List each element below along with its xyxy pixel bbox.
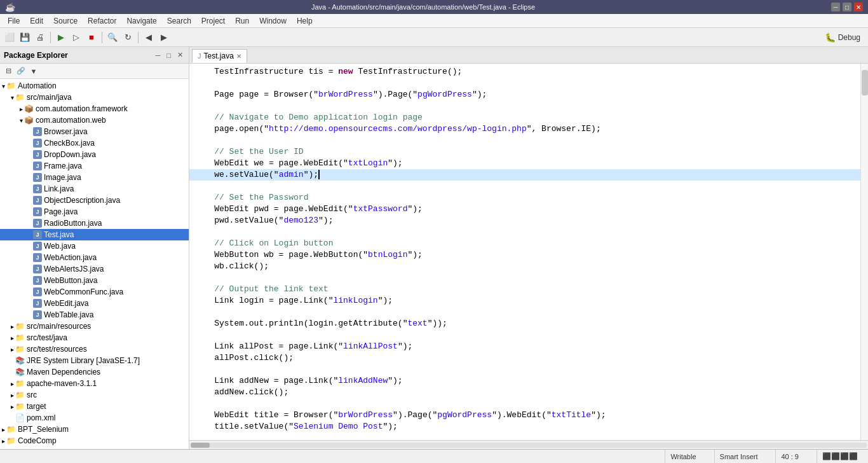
line-content: Link login = page.Link("linkLogin"); xyxy=(189,295,868,307)
tree-item-RadioButton.java[interactable]: JRadioButton.java xyxy=(0,218,189,229)
tree-toggle-src-main-resources[interactable]: ▸ xyxy=(9,323,15,330)
tree-item-src-main-resources[interactable]: ▸📁src/main/resources xyxy=(0,321,189,332)
line-content: wb.click(); xyxy=(189,261,868,272)
tree-item-jre[interactable]: 📚JRE System Library [JavaSE-1.7] xyxy=(0,355,189,366)
line-content: WebButton wb = page.WebButton("btnLogin"… xyxy=(189,249,868,261)
pe-close-btn[interactable]: ✕ xyxy=(175,50,185,60)
tree-item-com-automation-framework[interactable]: ▸📦com.automation.framework xyxy=(0,103,189,114)
tree-toggle-src-test-resources[interactable]: ▸ xyxy=(9,346,15,353)
tree-item-WebAlertsJS.java[interactable]: JWebAlertsJS.java xyxy=(0,263,189,275)
tree-item-Browser.java[interactable]: JBrowser.java xyxy=(0,126,189,137)
tree-item-Image.java[interactable]: JImage.java xyxy=(0,172,189,183)
tree-toggle-BPT_Selenium[interactable]: ▸ xyxy=(0,426,6,433)
menu-item-refactor[interactable]: Refactor xyxy=(83,15,121,27)
tree-label-automation: Automation xyxy=(18,81,57,90)
tree-label-target: target xyxy=(27,402,46,411)
tab-close-btn[interactable]: ✕ xyxy=(236,53,241,60)
tree-item-src-test-java[interactable]: ▸📁src/test/java xyxy=(0,332,189,343)
tree-item-target[interactable]: ▸📁target xyxy=(0,401,189,412)
toolbar-save-btn[interactable]: 💾 xyxy=(18,31,32,45)
toolbar-next-btn[interactable]: ▶ xyxy=(157,31,171,45)
tree-toggle-src[interactable]: ▸ xyxy=(9,392,15,399)
code-line: WebEdit pwd = page.WebEdit("txtPassword"… xyxy=(189,204,868,215)
menu-item-project[interactable]: Project xyxy=(196,15,230,27)
horizontal-scrollbar[interactable] xyxy=(189,440,868,449)
tree-item-com-automation-web[interactable]: ▾📦com.automation.web xyxy=(0,114,189,126)
code-line: title.setValue("Selenium Demo Post"); xyxy=(189,421,868,432)
line-content: WebEdit we = page.WebEdit("txtLogin"); xyxy=(189,158,868,169)
tree-toggle-automation[interactable]: ▾ xyxy=(0,83,6,90)
line-content: // Click on Login button xyxy=(189,238,868,249)
menu-item-help[interactable]: Help xyxy=(292,15,318,27)
menu-item-run[interactable]: Run xyxy=(230,15,254,27)
scroll-thumb-h[interactable] xyxy=(191,443,210,448)
tree-item-Page.java[interactable]: JPage.java xyxy=(0,206,189,218)
tree-item-WebButton.java[interactable]: JWebButton.java xyxy=(0,275,189,286)
code-editor[interactable]: TestInfrastructure tis = new TestInfrast… xyxy=(189,64,868,440)
tree-item-Frame.java[interactable]: JFrame.java xyxy=(0,160,189,172)
maximize-button[interactable]: □ xyxy=(843,3,851,11)
tree-label-src-main-resources: src/main/resources xyxy=(27,322,91,331)
tree-item-automation[interactable]: ▾📁Automation xyxy=(0,80,189,92)
pe-link-btn[interactable]: 🔗 xyxy=(15,66,27,77)
tree-item-maven-deps[interactable]: 📚Maven Dependencies xyxy=(0,366,189,378)
menu-item-file[interactable]: File xyxy=(3,15,25,27)
pe-maximize-btn[interactable]: □ xyxy=(165,51,173,60)
tree-toggle-com-automation-framework[interactable]: ▸ xyxy=(18,106,24,113)
tree-toggle-com-automation-web[interactable]: ▾ xyxy=(18,117,24,124)
toolbar-search-btn[interactable]: 🔍 xyxy=(105,31,119,45)
tree-item-CheckBox.java[interactable]: JCheckBox.java xyxy=(0,137,189,149)
tree-item-BPT_Selenium[interactable]: ▸📁BPT_Selenium xyxy=(0,424,189,435)
tree-toggle-apache-maven[interactable]: ▸ xyxy=(9,380,15,387)
line-content: Link allPost = page.Link("linkAllPost"); xyxy=(189,341,868,352)
toolbar-stop-btn[interactable]: ■ xyxy=(85,31,98,45)
pe-minimize-btn[interactable]: ─ xyxy=(154,51,163,60)
title-bar: ☕ Java - Automation/src/main/java/com/au… xyxy=(0,0,868,14)
status-position: 40 : 9 xyxy=(775,450,804,463)
tree-item-src-test-resources[interactable]: ▸📁src/test/resources xyxy=(0,343,189,355)
menu-item-edit[interactable]: Edit xyxy=(25,15,48,27)
tree-item-WebAction.java[interactable]: JWebAction.java xyxy=(0,252,189,263)
tree-item-src-main-java[interactable]: ▾📁src/main/java xyxy=(0,92,189,103)
menu-item-navigate[interactable]: Navigate xyxy=(121,15,161,27)
toolbar-run-btn[interactable]: ▶ xyxy=(54,31,68,45)
scroll-thumb-v[interactable] xyxy=(862,70,868,95)
toolbar-print-btn[interactable]: 🖨 xyxy=(33,31,47,45)
tree-toggle-src-test-java[interactable]: ▸ xyxy=(9,335,15,342)
tree-item-Link.java[interactable]: JLink.java xyxy=(0,183,189,195)
toolbar-new-btn[interactable]: ⬜ xyxy=(3,31,17,45)
toolbar: ⬜ 💾 🖨 ▶ ▷ ■ 🔍 ↻ ◀ ▶ 🐛 Debug xyxy=(0,28,868,47)
pe-view-menu-btn[interactable]: ▼ xyxy=(28,66,39,77)
tree-item-WebCommonFunc.java[interactable]: JWebCommonFunc.java xyxy=(0,286,189,298)
pe-collapse-btn[interactable]: ⊟ xyxy=(3,66,14,77)
tree-item-WebTable.java[interactable]: JWebTable.java xyxy=(0,309,189,321)
tree-label-apache-maven: apache-maven-3.1.1 xyxy=(27,379,97,388)
tree-item-Test.java[interactable]: JTest.java xyxy=(0,229,189,240)
menu-bar: FileEditSourceRefactorNavigateSearchProj… xyxy=(0,14,868,28)
toolbar-debug-run-btn[interactable]: ▷ xyxy=(69,31,83,45)
tree-toggle-src-main-java[interactable]: ▾ xyxy=(9,94,15,101)
code-line: WebEdit title = Browser("brWordPress").P… xyxy=(189,410,868,421)
tree-item-Web.java[interactable]: JWeb.java xyxy=(0,240,189,252)
menu-item-search[interactable]: Search xyxy=(162,15,196,27)
tree-item-WebEdit.java[interactable]: JWebEdit.java xyxy=(0,298,189,309)
tree-toggle-CodeComp[interactable]: ▸ xyxy=(0,438,6,445)
tree-item-apache-maven[interactable]: ▸📁apache-maven-3.1.1 xyxy=(0,378,189,389)
tree-item-pom-xml[interactable]: 📄pom.xml xyxy=(0,412,189,424)
line-content: WebEdit pwd = page.WebEdit("txtPassword"… xyxy=(189,204,868,215)
menu-item-window[interactable]: Window xyxy=(254,15,292,27)
debug-button-area: 🐛 Debug xyxy=(825,32,860,43)
tree-item-src[interactable]: ▸📁src xyxy=(0,389,189,401)
tree-item-ObjectDescription.java[interactable]: JObjectDescription.java xyxy=(0,195,189,206)
close-button[interactable]: ✕ xyxy=(854,3,863,11)
menu-item-source[interactable]: Source xyxy=(48,15,83,27)
toolbar-prev-btn[interactable]: ◀ xyxy=(142,31,156,45)
tree-item-DropDown.java[interactable]: JDropDown.java xyxy=(0,149,189,160)
tree-label-WebAlertsJS.java: WebAlertsJS.java xyxy=(44,265,104,273)
vertical-scrollbar[interactable] xyxy=(860,64,868,440)
editor-tab-test-java[interactable]: J Test.java ✕ xyxy=(192,49,247,63)
tree-toggle-target[interactable]: ▸ xyxy=(9,403,15,410)
tree-item-CodeComp[interactable]: ▸📁CodeComp xyxy=(0,435,189,446)
toolbar-refresh-btn[interactable]: ↻ xyxy=(121,31,135,45)
minimize-button[interactable]: ─ xyxy=(831,3,840,11)
